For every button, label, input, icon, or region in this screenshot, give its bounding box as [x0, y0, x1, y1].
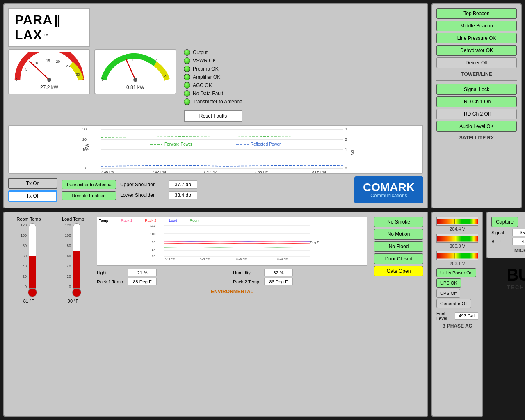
- logo-lines: ||: [54, 12, 60, 27]
- lower-shoulder-label: Lower Shoulder: [120, 192, 165, 198]
- status-preamp-label: Preamp OK: [193, 66, 219, 72]
- svg-text:2: 2: [345, 137, 347, 142]
- no-smoke-button[interactable]: No Smoke: [374, 217, 423, 227]
- gate-open-button[interactable]: Gate Open: [374, 266, 423, 276]
- ber-label: BER: [491, 239, 510, 244]
- logo-lax: LAX: [15, 27, 42, 42]
- utility-power-button[interactable]: Utility Power On: [436, 268, 476, 277]
- ird-ch1-button[interactable]: IRD Ch 1 On: [436, 96, 517, 107]
- burk-sub: TECHNOLOGY: [486, 284, 525, 290]
- load-temp-col: Load Temp 120100806040200 90 °F: [52, 217, 94, 412]
- chart-room-legend: —— Room: [181, 219, 200, 223]
- env-chart-svg: 110 100 90 80 70 Deg F 7:49 PM: [99, 224, 365, 260]
- svg-text:Reflected Power: Reflected Power: [251, 142, 281, 146]
- svg-point-14: [133, 78, 137, 82]
- light-row: Light 21 %: [97, 269, 231, 276]
- status-agc-label: AGC OK: [193, 82, 212, 88]
- tx-off-button[interactable]: Tx Off: [8, 190, 57, 202]
- rfl-power-gauge: 0 1 2 3 Rfl Pwr 0.81 kW: [94, 49, 176, 94]
- capture-button[interactable]: Capture: [491, 217, 518, 227]
- ups-off-button[interactable]: UPS Off: [436, 289, 460, 298]
- ups-ok-button[interactable]: UPS OK: [436, 278, 461, 288]
- env-temp-chart: Temp —— Rack 1 —— Rack 2 —— Load —— Room…: [97, 217, 368, 266]
- chart-load-legend: —— Load: [160, 219, 177, 223]
- divider-1: [436, 80, 517, 81]
- room-temp-col: Room Temp 120100806040200 81 °F: [8, 217, 49, 412]
- env-readings-grid: Light 21 % Humidity 32 % Rack 1 Temp 88 …: [97, 269, 368, 285]
- upper-shoulder-label: Upper Shoulder: [120, 182, 165, 187]
- ird-ch2-button[interactable]: IRD Ch 2 Off: [436, 109, 517, 119]
- voltage-2-value: 200.8 V: [436, 244, 478, 249]
- svg-text:80: 80: [152, 249, 155, 252]
- status-datafault: No Data Fault: [184, 90, 242, 97]
- room-temp-value: 81 °F: [23, 299, 34, 304]
- signal-label: Signal: [491, 230, 510, 235]
- svg-text:30: 30: [82, 127, 87, 131]
- status-vswr-label: VSWR OK: [193, 58, 216, 64]
- svg-text:0: 0: [345, 166, 347, 170]
- status-panel: Output VSWR OK Preamp OK Amplifier OK AG…: [184, 49, 242, 122]
- status-output: Output: [184, 49, 242, 56]
- logo-tm: ™: [43, 33, 48, 39]
- svg-text:7:58 PM: 7:58 PM: [255, 170, 269, 174]
- lower-shoulder-value: 38.4 db: [169, 191, 197, 199]
- rack2-temp-value: 86 Deg F: [264, 278, 293, 285]
- comark-logo: COMARK Communications: [354, 176, 423, 203]
- svg-text:7:35 PM: 7:35 PM: [101, 170, 115, 174]
- led-output: [184, 49, 190, 56]
- status-amplifier-label: Amplifier OK: [193, 74, 220, 80]
- top-beacon-button[interactable]: Top Beacon: [436, 8, 517, 19]
- remote-enabled-button[interactable]: Remote Enabled: [62, 191, 116, 200]
- comark-logo-area: COMARK Communications: [354, 176, 423, 203]
- parallax-logo: PARA || LAX ™: [8, 8, 90, 47]
- no-motion-button[interactable]: No Motion: [374, 229, 423, 240]
- bottom-left-panel: Room Temp 120100806040200 81 °F Load Tem…: [3, 212, 428, 417]
- audio-level-button[interactable]: Audio Level OK: [436, 121, 517, 132]
- status-output-label: Output: [193, 50, 208, 55]
- room-temp-scale: 120100806040200: [21, 223, 27, 289]
- svg-text:5: 5: [25, 67, 27, 71]
- generator-off-button[interactable]: Generator Off: [436, 299, 471, 308]
- comark-brand: COMARK: [363, 182, 415, 193]
- reset-faults-button[interactable]: Reset Faults: [184, 110, 242, 122]
- svg-text:0: 0: [16, 78, 18, 82]
- rack1-temp-row: Rack 1 Temp 88 Deg F: [97, 278, 231, 285]
- comark-sub: Communications: [363, 193, 415, 198]
- load-temp-value: 90 °F: [68, 299, 78, 304]
- svg-text:3: 3: [164, 74, 167, 78]
- humidity-row: Humidity 32 %: [233, 269, 368, 276]
- voltage-bar-3: 203.1 V: [436, 251, 478, 266]
- voltage-3-value: 203.1 V: [436, 261, 478, 266]
- env-middle-col: Temp —— Rack 1 —— Rack 2 —— Load —— Room…: [97, 217, 368, 412]
- dehydrator-button[interactable]: Dehydrator OK: [436, 45, 517, 56]
- no-flood-button[interactable]: No Flood: [374, 241, 423, 252]
- logo-text: PARA: [15, 12, 52, 27]
- svg-text:Forward Power: Forward Power: [164, 142, 192, 146]
- led-preamp: [184, 66, 190, 72]
- svg-text:0: 0: [84, 166, 86, 170]
- line-pressure-button[interactable]: Line Pressure OK: [436, 33, 517, 43]
- status-datafault-label: No Data Fault: [193, 91, 223, 96]
- svg-rect-55: [454, 219, 455, 224]
- svg-text:0: 0: [102, 78, 104, 82]
- gauges-area: 0 5 10 15 20 25 30 Fwd Pwr 27.2 kW: [8, 49, 423, 122]
- svg-text:3: 3: [345, 127, 347, 131]
- led-tx-ant: [184, 98, 190, 105]
- svg-text:20: 20: [82, 137, 87, 142]
- voltage-bar-1: 204.4 V: [436, 217, 478, 231]
- tx-on-button[interactable]: Tx On: [8, 178, 57, 189]
- top-left-panel: PARA || LAX ™ 0 5 10 15 20: [3, 3, 428, 208]
- svg-text:2: 2: [155, 58, 157, 62]
- status-agc: AGC OK: [184, 82, 242, 89]
- signal-lock-button[interactable]: Signal Lock: [436, 84, 517, 95]
- humidity-value: 32 %: [264, 269, 293, 276]
- svg-text:7:43 PM: 7:43 PM: [152, 170, 166, 174]
- microwave-label: MICROWAVE: [491, 248, 525, 253]
- door-closed-button[interactable]: Door Closed: [374, 253, 423, 264]
- transmitter-to-antenna-button[interactable]: Transmitter to Antenna: [62, 180, 116, 189]
- middle-beacon-button[interactable]: Middle Beacon: [436, 21, 517, 31]
- led-datafault: [184, 90, 190, 97]
- deicer-button[interactable]: Deicer Off: [436, 57, 517, 68]
- voltage-1-value: 204.4 V: [436, 226, 478, 231]
- svg-rect-59: [454, 253, 455, 259]
